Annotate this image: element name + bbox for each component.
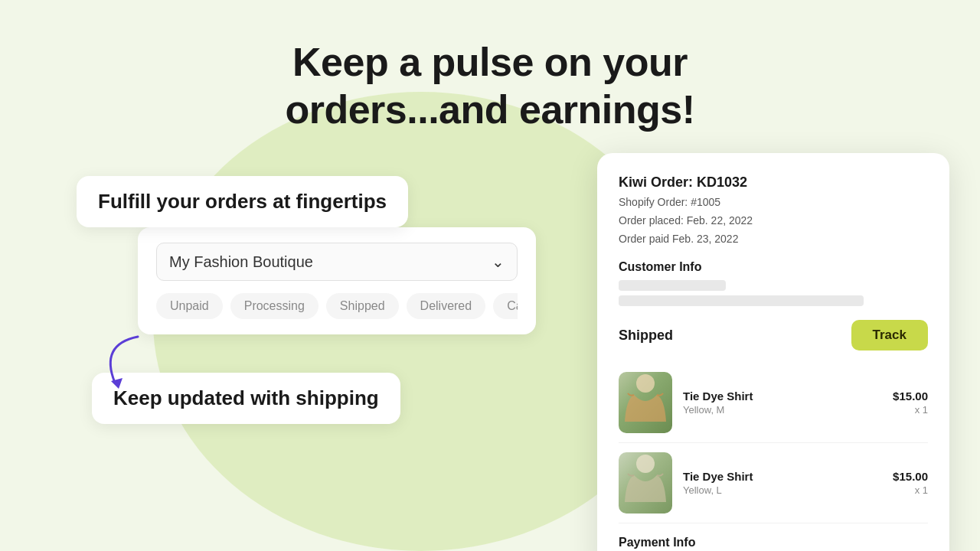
fulfill-tooltip: Fulfill your orders at fingertips	[77, 176, 408, 227]
track-button[interactable]: Track	[851, 320, 928, 350]
product-name-2: Tie Dye Shirt	[683, 470, 882, 483]
order-paid: Order paid Feb. 23, 2022	[619, 230, 928, 249]
payment-info-label: Payment Info	[619, 536, 695, 549]
product-qty-2: x 1	[893, 484, 928, 496]
customer-info-label: Customer Info	[619, 260, 928, 274]
customer-placeholder-short	[619, 280, 726, 291]
store-selector[interactable]: My Fashion Boutique ⌄	[156, 243, 518, 281]
product-image-1	[619, 372, 672, 433]
product-name-1: Tie Dye Shirt	[683, 390, 882, 403]
product-dress-icon-2	[619, 452, 672, 514]
customer-placeholder-long	[619, 295, 864, 306]
shipped-label: Shipped	[619, 328, 673, 344]
product-info-2: Tie Dye Shirt Yellow, L	[683, 470, 882, 496]
title-line2: orders...and earnings!	[0, 86, 980, 133]
svg-point-2	[636, 374, 655, 393]
chevron-down-icon: ⌄	[492, 253, 505, 271]
product-variant-2: Yellow, L	[683, 484, 882, 496]
product-price-col-1: $15.00 x 1	[893, 390, 928, 416]
product-row: Tie Dye Shirt Yellow, M $15.00 x 1	[619, 363, 928, 443]
product-row-2: Tie Dye Shirt Yellow, L $15.00 x 1	[619, 443, 928, 523]
main-title: Keep a pulse on your orders...and earnin…	[0, 0, 980, 134]
page-content: Keep a pulse on your orders...and earnin…	[0, 0, 980, 551]
product-qty-1: x 1	[893, 404, 928, 416]
order-meta: Shopify Order: #1005 Order placed: Feb. …	[619, 194, 928, 248]
product-image-2	[619, 452, 672, 514]
payment-row: Payment Info	[619, 536, 928, 549]
product-price-2: $15.00	[893, 470, 928, 483]
payment-section: Payment Info Item Totals $30.00	[619, 523, 928, 551]
tab-shipped[interactable]: Shipped	[326, 293, 399, 319]
kiwi-order-title: Kiwi Order: KD1032	[619, 174, 928, 191]
filter-card: My Fashion Boutique ⌄ Unpaid Processing …	[138, 227, 536, 334]
tab-unpaid[interactable]: Unpaid	[156, 293, 223, 319]
product-variant-1: Yellow, M	[683, 404, 882, 416]
product-price-1: $15.00	[893, 390, 928, 403]
product-price-col-2: $15.00 x 1	[893, 470, 928, 496]
left-panel: Fulfill your orders at fingertips My Fas…	[46, 161, 536, 424]
product-dress-icon-1	[619, 372, 672, 433]
svg-point-3	[636, 455, 655, 473]
right-panel: Kiwi Order: KD1032 Shopify Order: #1005 …	[597, 153, 949, 551]
arrow-down-icon	[77, 321, 168, 398]
order-placed: Order placed: Feb. 22, 2022	[619, 212, 928, 230]
fulfill-tooltip-text: Fulfill your orders at fingertips	[98, 190, 387, 213]
store-selector-value: My Fashion Boutique	[169, 253, 313, 271]
shipped-row: Shipped Track	[619, 320, 928, 350]
tab-processing[interactable]: Processing	[230, 293, 318, 319]
product-info-1: Tie Dye Shirt Yellow, M	[683, 390, 882, 416]
tab-cancelled[interactable]: Can...	[493, 293, 518, 319]
title-line1: Keep a pulse on your	[0, 38, 980, 86]
shopify-order: Shopify Order: #1005	[619, 194, 928, 212]
tab-delivered[interactable]: Delivered	[407, 293, 486, 319]
filter-tabs: Unpaid Processing Shipped Delivered Can.…	[156, 293, 518, 319]
